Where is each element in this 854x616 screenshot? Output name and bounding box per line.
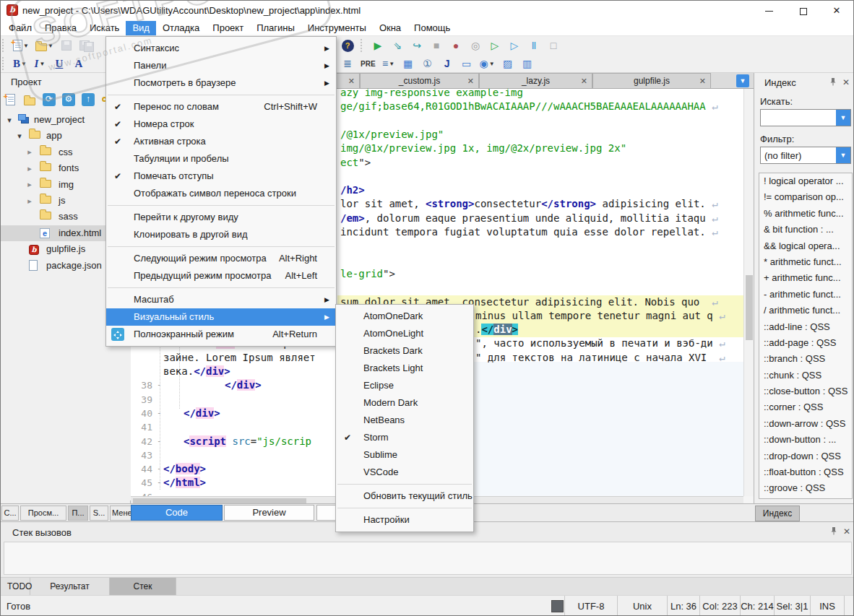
record-icon[interactable]: ● <box>449 38 462 53</box>
style-submenu-item-3[interactable]: Brackets Light <box>336 360 473 377</box>
index-list-item[interactable]: ! logical operator ... <box>759 173 852 189</box>
index-search-input[interactable]: ▼ <box>760 109 851 126</box>
code-line[interactable]: azy img-responsive example-img <box>340 89 523 100</box>
menubar-item-3[interactable]: Вид <box>126 21 156 35</box>
pause-icon[interactable]: Ⅱ <box>527 38 540 53</box>
code-line[interactable]: <script src="js/scrip <box>184 435 311 449</box>
close-tab-icon[interactable]: ✕ <box>467 74 474 88</box>
menubar-item-0[interactable]: Файл <box>2 21 38 35</box>
code-line[interactable]: img/@1x/preview.jpg 1x, img/@2x/preview.… <box>340 142 626 156</box>
chevron-expanded-icon[interactable]: ▾ <box>5 116 14 125</box>
style-submenu-item-1[interactable]: AtomOneLight <box>336 325 473 342</box>
index-list-item[interactable]: ::chunk : QSS <box>759 368 852 383</box>
close-tab-icon[interactable]: ✕ <box>699 74 706 88</box>
index-list-item[interactable]: ::down-arrow : QSS <box>759 416 852 432</box>
code-line[interactable]: века.</div> <box>163 365 230 379</box>
code-line[interactable]: ", часто используемый в печати и вэб-ди … <box>475 337 725 351</box>
close-button[interactable]: ✕ <box>824 1 849 21</box>
view-menu-item-11[interactable]: Перейти к другому виду <box>106 209 336 226</box>
view-menu-item-7[interactable]: Табуляции и пробелы <box>106 150 336 168</box>
code-line[interactable]: " для текстов на латинице с начала XVI ↵ <box>475 351 725 365</box>
add-project-icon[interactable]: + <box>4 92 17 107</box>
index-list-item[interactable]: * arithmetic funct... <box>759 254 852 270</box>
editor-vertical-scrollbar[interactable] <box>743 89 754 496</box>
index-list-item[interactable]: / arithmetic funct... <box>759 303 852 318</box>
run-outline-green-icon[interactable]: ▷ <box>488 38 501 53</box>
code-line[interactable]: lor sit amet, <strong>consectetur</stron… <box>340 197 718 212</box>
bold-icon[interactable]: B▼ <box>13 56 27 71</box>
view-menu-item-9[interactable]: Отображать символ переноса строки <box>106 185 336 202</box>
code-line[interactable]: le-grid"> <box>340 267 395 282</box>
index-list-item[interactable]: % arithmetic func... <box>759 206 852 222</box>
list-icon[interactable]: ≡▼ <box>382 56 395 71</box>
code-line[interactable]: </div> <box>225 378 262 393</box>
style-submenu-item-11[interactable]: Обновить текущий стиль <box>336 487 473 505</box>
panel-tab-2[interactable]: П... <box>68 506 88 521</box>
chevron-collapsed-icon[interactable]: ▸ <box>25 196 34 206</box>
style-submenu-item-9[interactable]: VSCode <box>336 464 473 481</box>
menubar-item-6[interactable]: Плагины <box>250 21 301 35</box>
fold-marker[interactable]: - <box>157 378 162 393</box>
code-line[interactable]: minus ullam tempore tenetur magni aut q … <box>475 309 725 324</box>
view-menu-item-1[interactable]: Панели▶ <box>106 57 336 74</box>
menubar-item-9[interactable]: Помощь <box>407 21 457 35</box>
view-menu-item-8[interactable]: ✔Помечать отступы <box>106 168 336 185</box>
bottom-tab-2[interactable]: Стек вызовов <box>110 578 176 596</box>
code-line[interactable]: </body> <box>163 462 206 477</box>
view-menu-item-17[interactable]: Масштаб▶ <box>106 291 336 308</box>
editor-tab-_lazy.js[interactable]: _lazy.js✕ <box>479 73 592 88</box>
index-list-item[interactable]: ::drop-down : QSS <box>759 448 852 464</box>
code-line[interactable]: /h2> <box>340 183 365 198</box>
save-icon[interactable] <box>60 38 73 53</box>
anchor-icon[interactable]: A <box>72 56 85 71</box>
code-line[interactable]: /@1x/preview.jpg" <box>340 128 444 142</box>
step-over-icon[interactable]: ↪ <box>410 38 423 53</box>
close-tab-icon[interactable]: ✕ <box>348 74 355 88</box>
index-list-item[interactable]: != comparison op... <box>759 189 852 205</box>
index-list-item[interactable]: ::handle : QSS <box>759 497 852 499</box>
settings-icon[interactable]: ⚙ <box>62 92 75 107</box>
fold-marker[interactable]: - <box>157 462 162 477</box>
chevron-down-icon[interactable]: ▼ <box>836 110 850 126</box>
italic-icon[interactable]: I▼ <box>33 56 46 71</box>
publish-icon[interactable]: ↑ <box>82 92 95 107</box>
preview-mode-tab[interactable]: Preview <box>224 505 314 521</box>
fold-marker[interactable]: - <box>157 435 162 449</box>
style-submenu-item-4[interactable]: Eclipse <box>336 377 473 394</box>
index-list-item[interactable]: ::branch : QSS <box>759 351 852 367</box>
chevron-down-icon[interactable]: ▼ <box>836 147 850 163</box>
panel-tab-1[interactable]: Просм... <box>20 506 66 521</box>
code-line[interactable]: incidunt tempora fugiat voluptatum quia … <box>340 225 718 240</box>
radio-icon[interactable]: ◉▼ <box>480 56 495 71</box>
index-filter-select[interactable]: (no filter) ▼ <box>760 147 851 164</box>
code-line[interactable]: зайне. Lorem Ipsum являет <box>163 351 316 365</box>
code-line[interactable]: /em>, dolorum eaque praesentium unde ali… <box>340 212 718 226</box>
chevron-collapsed-icon[interactable]: ▸ <box>25 147 34 157</box>
index-list-item[interactable]: ::corner : QSS <box>759 399 852 415</box>
numbered-list-icon[interactable]: ① <box>421 56 434 71</box>
fold-marker[interactable]: - <box>157 476 162 490</box>
view-menu-item-4[interactable]: ✔Перенос по словамCtrl+Shift+W <box>106 98 336 116</box>
code-line[interactable]: .</div> <box>475 323 518 337</box>
view-menu-item-2[interactable]: Посмотреть в браузере▶ <box>106 74 336 92</box>
view-menu-item-5[interactable]: ✔Номера строк <box>106 116 336 133</box>
step-into-icon[interactable]: ⇘ <box>391 38 404 53</box>
fold-marker[interactable]: - <box>157 407 162 421</box>
table-icon[interactable]: ▦ <box>402 56 415 71</box>
index-list-item[interactable]: ::groove : QSS <box>759 480 852 496</box>
code-line[interactable]: ect"> <box>340 156 371 170</box>
bottom-tab-1[interactable]: Результат поиска <box>30 578 110 596</box>
help-icon[interactable]: ? <box>341 38 354 53</box>
new-file-icon[interactable]: +▼ <box>13 38 29 53</box>
index-list-item[interactable]: - arithmetic funct... <box>759 287 852 303</box>
close-panel-icon[interactable]: ✕ <box>842 77 850 87</box>
menubar-item-4[interactable]: Отладка <box>156 21 206 35</box>
panel-tab-0[interactable]: С... <box>1 506 19 521</box>
code-line[interactable]: </html> <box>163 476 206 490</box>
view-menu-item-18[interactable]: Визуальный стиль▶ <box>106 308 336 326</box>
menubar-item-8[interactable]: Окна <box>373 21 407 35</box>
maximize-button[interactable] <box>791 1 816 21</box>
underline-icon[interactable]: U <box>53 56 66 71</box>
index-list-item[interactable]: ::float-button : QSS <box>759 464 852 480</box>
code-mode-tab[interactable]: Code <box>131 505 223 521</box>
